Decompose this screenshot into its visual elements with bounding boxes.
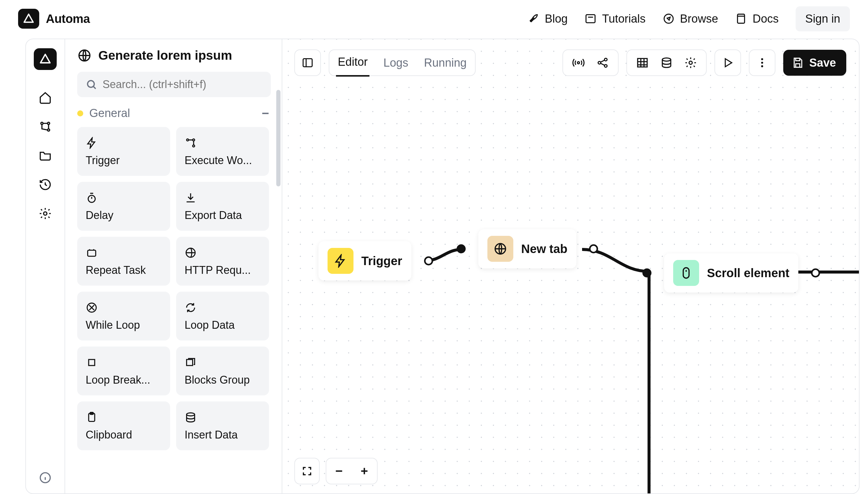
save-icon (792, 57, 804, 69)
sign-in-button[interactable]: Sign in (796, 6, 850, 31)
group-icon (185, 357, 197, 368)
svg-point-9 (88, 80, 94, 87)
fit-button[interactable] (294, 458, 320, 484)
category-header[interactable]: General (77, 107, 271, 120)
port-in[interactable] (642, 268, 652, 278)
zoom-out-button[interactable] (326, 458, 352, 484)
storage-button[interactable] (660, 56, 673, 70)
clipboard-icon (86, 411, 98, 423)
node-trigger[interactable]: Trigger (319, 241, 411, 281)
block-insert-data[interactable]: Insert Data (176, 401, 269, 450)
sidebar-scrollbar[interactable] (276, 90, 281, 186)
tab-logs[interactable]: Logs (382, 50, 410, 76)
block-loop-break[interactable]: Loop Break... (77, 346, 170, 395)
node-scroll-label: Scroll element (707, 266, 789, 280)
workflow-title-row: Generate lorem ipsum (77, 48, 271, 63)
rail-home[interactable] (37, 90, 53, 106)
share-icon (596, 56, 609, 69)
search-icon (86, 78, 97, 91)
refresh-icon (185, 302, 197, 314)
nav-browse[interactable]: Browse (662, 12, 718, 25)
category-name: General (89, 107, 254, 120)
more-button[interactable] (749, 50, 775, 76)
docs-icon (735, 13, 747, 25)
svg-rect-27 (638, 58, 648, 67)
brand-name: Automa (46, 12, 90, 26)
side-rail (26, 39, 65, 493)
port-out[interactable] (424, 256, 433, 265)
rail-logo[interactable] (34, 48, 57, 70)
port-out[interactable] (811, 268, 820, 278)
block-blocks-group[interactable]: Blocks Group (176, 346, 269, 395)
brand-logo (18, 9, 39, 28)
blocks-grid: Trigger Execute Wo... Delay Export Data … (77, 127, 271, 450)
node-trigger-badge (328, 248, 353, 274)
plus-icon (359, 466, 370, 476)
table-button[interactable] (635, 56, 649, 70)
brand: Automa (18, 9, 90, 28)
node-newtab-label: New tab (521, 242, 567, 256)
canvas[interactable]: Editor Logs Running (282, 39, 859, 493)
globe-icon (77, 48, 92, 63)
block-http-request[interactable]: HTTP Requ... (176, 237, 269, 286)
svg-rect-18 (187, 360, 193, 365)
block-delay[interactable]: Delay (77, 182, 170, 231)
svg-point-4 (47, 122, 50, 124)
mouse-icon (679, 266, 693, 280)
tab-editor[interactable]: Editor (336, 49, 369, 77)
broadcast-button[interactable] (572, 56, 585, 70)
rail-workflows[interactable] (37, 119, 53, 134)
toggle-sidebar-button[interactable] (294, 50, 321, 76)
app-frame: Generate lorem ipsum General Trigger Exe… (25, 39, 860, 494)
block-loop-data[interactable]: Loop Data (176, 292, 269, 341)
svg-point-30 (761, 58, 763, 60)
block-repeat-task[interactable]: Repeat Task (77, 237, 170, 286)
save-button[interactable]: Save (783, 50, 846, 76)
repeat-icon (86, 247, 98, 259)
block-export-data[interactable]: Export Data (176, 182, 269, 231)
block-search[interactable] (77, 72, 271, 97)
settings-button[interactable] (684, 56, 698, 70)
block-sidebar: Generate lorem ipsum General Trigger Exe… (65, 39, 282, 493)
table-icon (636, 56, 649, 69)
port-in[interactable] (457, 244, 466, 253)
node-scroll[interactable]: Scroll element (664, 253, 798, 292)
rail-folders[interactable] (37, 148, 53, 164)
svg-point-10 (187, 139, 189, 141)
svg-rect-34 (683, 268, 689, 278)
collapse-icon[interactable] (260, 108, 271, 119)
rail-info[interactable] (26, 471, 64, 484)
globe-icon (185, 247, 197, 259)
node-newtab-badge (487, 236, 513, 262)
nav-docs[interactable]: Docs (735, 12, 779, 25)
svg-point-3 (41, 122, 43, 124)
svg-rect-22 (303, 59, 312, 67)
loop-icon (86, 302, 98, 314)
share-button[interactable] (596, 56, 610, 70)
rail-settings[interactable] (37, 206, 53, 221)
node-trigger-label: Trigger (361, 254, 402, 268)
download-icon (185, 192, 197, 204)
block-execute-workflow[interactable]: Execute Wo... (176, 127, 269, 176)
node-scroll-badge (673, 260, 699, 286)
tab-running[interactable]: Running (422, 50, 469, 76)
zoom-in-button[interactable] (352, 458, 377, 484)
block-while-loop[interactable]: While Loop (77, 292, 170, 341)
compass-icon (662, 13, 675, 25)
search-input[interactable] (102, 78, 263, 91)
port-out[interactable] (589, 244, 598, 253)
svg-rect-14 (88, 250, 96, 256)
nav-tutorials[interactable]: Tutorials (584, 12, 645, 25)
zoom-group (326, 458, 378, 484)
nav-blog[interactable]: Blog (527, 12, 567, 25)
workflow-icon (185, 137, 197, 149)
run-button[interactable] (714, 50, 741, 76)
play-icon (722, 57, 734, 69)
block-trigger[interactable]: Trigger (77, 127, 170, 176)
broadcast-icon (572, 56, 585, 69)
node-newtab[interactable]: New tab (478, 229, 576, 268)
block-clipboard[interactable]: Clipboard (77, 401, 170, 450)
more-icon (756, 57, 768, 69)
svg-rect-2 (738, 14, 745, 23)
rail-history[interactable] (37, 177, 53, 192)
